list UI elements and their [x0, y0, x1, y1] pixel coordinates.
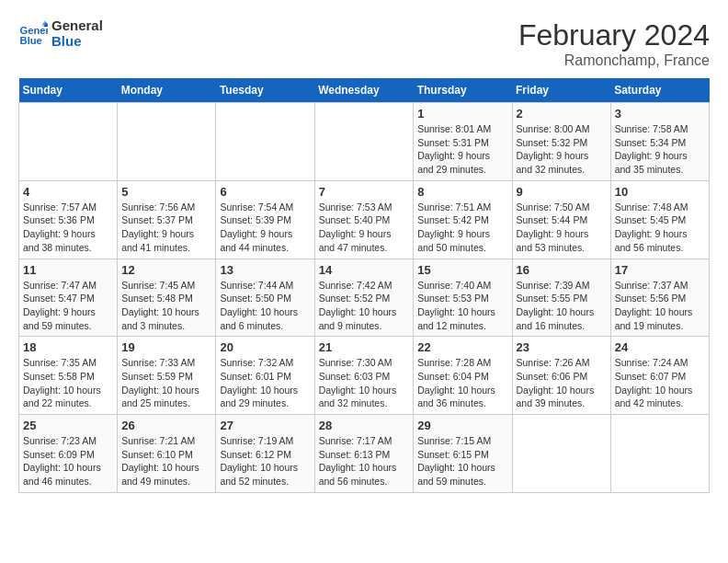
- day-info: Sunrise: 7:48 AMSunset: 5:45 PMDaylight:…: [615, 201, 705, 255]
- calendar-cell: 19Sunrise: 7:33 AMSunset: 5:59 PMDayligh…: [118, 337, 216, 415]
- week-row-2: 4Sunrise: 7:57 AMSunset: 5:36 PMDaylight…: [19, 180, 710, 259]
- day-header-tuesday: Tuesday: [216, 78, 314, 103]
- day-header-sunday: Sunday: [19, 78, 118, 103]
- day-number: 11: [23, 263, 113, 277]
- day-number: 10: [615, 185, 705, 199]
- calendar-cell: 2Sunrise: 8:00 AMSunset: 5:32 PMDaylight…: [512, 103, 610, 181]
- day-info: Sunrise: 7:37 AMSunset: 5:56 PMDaylight:…: [615, 279, 705, 333]
- calendar-table: SundayMondayTuesdayWednesdayThursdayFrid…: [18, 78, 710, 493]
- day-number: 20: [220, 340, 310, 354]
- day-info: Sunrise: 7:42 AMSunset: 5:52 PMDaylight:…: [319, 279, 410, 333]
- day-info: Sunrise: 8:00 AMSunset: 5:32 PMDaylight:…: [517, 122, 607, 177]
- calendar-cell: 28Sunrise: 7:17 AMSunset: 6:13 PMDayligh…: [314, 415, 414, 493]
- day-number: 25: [23, 419, 113, 432]
- calendar-cell: 17Sunrise: 7:37 AMSunset: 5:56 PMDayligh…: [610, 259, 709, 337]
- day-info: Sunrise: 7:39 AMSunset: 5:55 PMDaylight:…: [517, 279, 607, 333]
- day-number: 9: [517, 185, 607, 199]
- calendar-cell: 13Sunrise: 7:44 AMSunset: 5:50 PMDayligh…: [216, 259, 314, 337]
- day-info: Sunrise: 7:45 AMSunset: 5:48 PMDaylight:…: [121, 279, 211, 333]
- day-number: 17: [615, 263, 705, 277]
- day-number: 27: [220, 419, 310, 432]
- calendar-cell: 29Sunrise: 7:15 AMSunset: 6:15 PMDayligh…: [414, 415, 512, 493]
- svg-text:Blue: Blue: [20, 35, 42, 46]
- day-number: 12: [121, 263, 211, 277]
- day-number: 16: [517, 263, 607, 277]
- calendar-cell: [512, 415, 610, 493]
- calendar-cell: 18Sunrise: 7:35 AMSunset: 5:58 PMDayligh…: [19, 337, 118, 415]
- calendar-subtitle: Ramonchamp, France: [518, 52, 710, 69]
- day-number: 22: [417, 340, 507, 354]
- day-number: 28: [319, 419, 410, 432]
- day-number: 26: [121, 419, 211, 432]
- week-row-5: 25Sunrise: 7:23 AMSunset: 6:09 PMDayligh…: [19, 415, 710, 493]
- day-info: Sunrise: 7:23 AMSunset: 6:09 PMDaylight:…: [23, 434, 113, 488]
- logo: General Blue General Blue: [18, 18, 103, 49]
- day-info: Sunrise: 7:50 AMSunset: 5:44 PMDaylight:…: [517, 201, 607, 255]
- page-header: General Blue General Blue February 2024 …: [18, 18, 710, 69]
- calendar-cell: 3Sunrise: 7:58 AMSunset: 5:34 PMDaylight…: [610, 103, 709, 181]
- calendar-cell: [314, 103, 414, 181]
- calendar-cell: 21Sunrise: 7:30 AMSunset: 6:03 PMDayligh…: [314, 337, 414, 415]
- day-info: Sunrise: 7:28 AMSunset: 6:04 PMDaylight:…: [417, 356, 507, 410]
- calendar-cell: 15Sunrise: 7:40 AMSunset: 5:53 PMDayligh…: [414, 259, 512, 337]
- day-info: Sunrise: 7:35 AMSunset: 5:58 PMDaylight:…: [23, 356, 113, 410]
- day-number: 1: [417, 107, 507, 121]
- day-number: 23: [517, 340, 607, 354]
- day-info: Sunrise: 7:15 AMSunset: 6:15 PMDaylight:…: [417, 434, 507, 488]
- day-number: 29: [417, 419, 507, 432]
- day-info: Sunrise: 7:26 AMSunset: 6:06 PMDaylight:…: [517, 356, 607, 410]
- calendar-cell: [118, 103, 216, 181]
- day-info: Sunrise: 7:17 AMSunset: 6:13 PMDaylight:…: [319, 434, 410, 488]
- day-info: Sunrise: 7:51 AMSunset: 5:42 PMDaylight:…: [417, 201, 507, 255]
- logo-line2: Blue: [51, 34, 103, 50]
- day-info: Sunrise: 7:58 AMSunset: 5:34 PMDaylight:…: [615, 122, 705, 177]
- day-info: Sunrise: 7:33 AMSunset: 5:59 PMDaylight:…: [121, 356, 211, 410]
- day-number: 24: [615, 340, 705, 354]
- week-row-4: 18Sunrise: 7:35 AMSunset: 5:58 PMDayligh…: [19, 337, 710, 415]
- day-info: Sunrise: 7:21 AMSunset: 6:10 PMDaylight:…: [121, 434, 211, 488]
- calendar-cell: 20Sunrise: 7:32 AMSunset: 6:01 PMDayligh…: [216, 337, 314, 415]
- day-header-monday: Monday: [118, 78, 216, 103]
- calendar-cell: [216, 103, 314, 181]
- day-number: 7: [319, 185, 410, 199]
- day-number: 2: [517, 107, 607, 121]
- day-header-saturday: Saturday: [610, 78, 709, 103]
- day-info: Sunrise: 7:56 AMSunset: 5:37 PMDaylight:…: [121, 201, 211, 255]
- day-info: Sunrise: 7:53 AMSunset: 5:40 PMDaylight:…: [319, 201, 410, 255]
- day-info: Sunrise: 7:57 AMSunset: 5:36 PMDaylight:…: [23, 201, 113, 255]
- logo-icon: General Blue: [18, 19, 48, 49]
- day-info: Sunrise: 7:32 AMSunset: 6:01 PMDaylight:…: [220, 356, 310, 410]
- title-block: February 2024 Ramonchamp, France: [518, 18, 710, 69]
- calendar-cell: [610, 415, 709, 493]
- calendar-cell: 27Sunrise: 7:19 AMSunset: 6:12 PMDayligh…: [216, 415, 314, 493]
- calendar-cell: 16Sunrise: 7:39 AMSunset: 5:55 PMDayligh…: [512, 259, 610, 337]
- logo-line1: General: [51, 18, 103, 34]
- day-header-wednesday: Wednesday: [314, 78, 414, 103]
- day-info: Sunrise: 7:44 AMSunset: 5:50 PMDaylight:…: [220, 279, 310, 333]
- calendar-cell: 25Sunrise: 7:23 AMSunset: 6:09 PMDayligh…: [19, 415, 118, 493]
- calendar-cell: 4Sunrise: 7:57 AMSunset: 5:36 PMDaylight…: [19, 180, 118, 259]
- calendar-cell: 23Sunrise: 7:26 AMSunset: 6:06 PMDayligh…: [512, 337, 610, 415]
- week-row-3: 11Sunrise: 7:47 AMSunset: 5:47 PMDayligh…: [19, 259, 710, 337]
- calendar-cell: 1Sunrise: 8:01 AMSunset: 5:31 PMDaylight…: [414, 103, 512, 181]
- day-number: 18: [23, 340, 113, 354]
- day-header-friday: Friday: [512, 78, 610, 103]
- calendar-title: February 2024: [518, 18, 710, 52]
- day-number: 21: [319, 340, 410, 354]
- day-number: 6: [220, 185, 310, 199]
- calendar-cell: 9Sunrise: 7:50 AMSunset: 5:44 PMDaylight…: [512, 180, 610, 259]
- days-header-row: SundayMondayTuesdayWednesdayThursdayFrid…: [19, 78, 710, 103]
- day-info: Sunrise: 8:01 AMSunset: 5:31 PMDaylight:…: [417, 122, 507, 177]
- calendar-cell: 12Sunrise: 7:45 AMSunset: 5:48 PMDayligh…: [118, 259, 216, 337]
- calendar-cell: 5Sunrise: 7:56 AMSunset: 5:37 PMDaylight…: [118, 180, 216, 259]
- day-number: 14: [319, 263, 410, 277]
- calendar-cell: 8Sunrise: 7:51 AMSunset: 5:42 PMDaylight…: [414, 180, 512, 259]
- calendar-cell: 24Sunrise: 7:24 AMSunset: 6:07 PMDayligh…: [610, 337, 709, 415]
- calendar-cell: 10Sunrise: 7:48 AMSunset: 5:45 PMDayligh…: [610, 180, 709, 259]
- day-info: Sunrise: 7:30 AMSunset: 6:03 PMDaylight:…: [319, 356, 410, 410]
- day-info: Sunrise: 7:54 AMSunset: 5:39 PMDaylight:…: [220, 201, 310, 255]
- week-row-1: 1Sunrise: 8:01 AMSunset: 5:31 PMDaylight…: [19, 103, 710, 181]
- calendar-cell: 26Sunrise: 7:21 AMSunset: 6:10 PMDayligh…: [118, 415, 216, 493]
- day-info: Sunrise: 7:47 AMSunset: 5:47 PMDaylight:…: [23, 279, 113, 333]
- day-number: 13: [220, 263, 310, 277]
